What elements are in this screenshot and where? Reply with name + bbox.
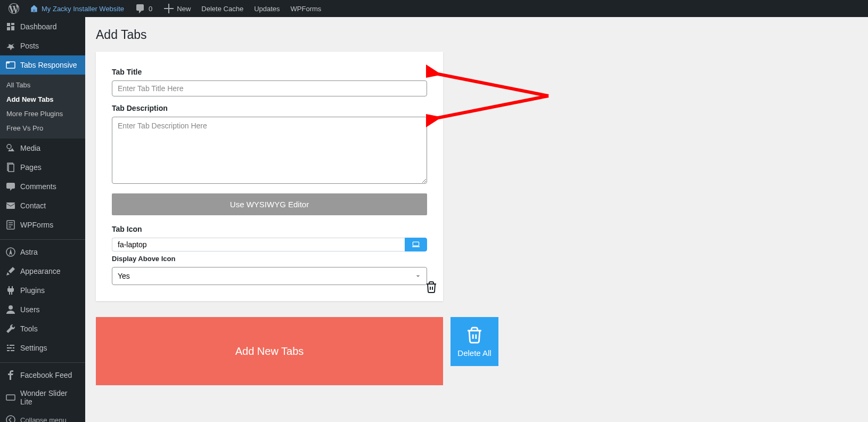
delete-all-button[interactable]: Delete All [451,317,498,366]
tab-description-label: Tab Description [112,104,427,112]
comments-icon [5,181,16,192]
plugin-icon [5,285,16,296]
svg-rect-14 [413,242,419,246]
svg-point-2 [7,144,11,149]
menu-astra[interactable]: Astra [0,242,85,262]
menu-separator [0,237,85,240]
svg-rect-12 [6,395,15,400]
comments-count: 0 [149,5,152,13]
submenu-more-plugins[interactable]: More Free Plugins [0,107,85,121]
pin-icon [5,40,16,51]
admin-sidebar: Dashboard Posts Tabs Responsive All Tabs… [0,17,85,422]
delete-all-label: Delete All [457,348,491,358]
tab-form-card: Tab Title Tab Description Use WYSIWYG Ed… [96,52,443,301]
menu-plugins[interactable]: Plugins [0,281,85,300]
display-above-select[interactable]: Yes [112,267,427,285]
menu-comments[interactable]: Comments [0,177,85,196]
svg-point-11 [9,305,13,310]
user-icon [5,304,16,315]
trash-icon [425,281,438,294]
svg-rect-1 [6,62,10,63]
wysiwyg-button[interactable]: Use WYSIWYG Editor [112,193,427,215]
media-icon [5,143,16,153]
svg-rect-15 [412,246,420,247]
wrench-icon [5,323,16,334]
submenu-all-tabs[interactable]: All Tabs [0,78,85,92]
svg-rect-4 [9,164,14,172]
astra-icon [5,247,16,257]
menu-wonder-slider[interactable]: Wonder Slider Lite [0,385,85,410]
delete-tab-button[interactable] [425,281,438,296]
tab-icon-label: Tab Icon [112,225,427,233]
menu-separator [0,360,85,363]
menu-appearance[interactable]: Appearance [0,262,85,281]
menu-users[interactable]: Users [0,300,85,319]
brush-icon [5,266,16,277]
menu-wpforms[interactable]: WPForms [0,215,85,234]
add-new-tabs-button[interactable]: Add New Tabs [96,317,443,385]
menu-posts[interactable]: Posts [0,36,85,55]
sliders-icon [5,343,16,353]
menu-settings[interactable]: Settings [0,338,85,358]
main-content: Add Tabs Tab Title Tab Description Use W… [96,17,857,385]
icon-picker-button[interactable] [405,238,427,251]
tab-description-input[interactable] [112,117,427,184]
menu-tabs-responsive[interactable]: Tabs Responsive [0,55,85,75]
form-icon [5,220,16,230]
display-above-label: Display Above Icon [112,255,427,263]
mail-icon [5,200,16,211]
comments-link[interactable]: 0 [130,0,157,17]
new-content-link[interactable]: New [159,0,195,17]
dashboard-icon [5,21,16,32]
trash-icon [465,326,484,344]
tab-title-input[interactable] [112,80,427,96]
submenu-free-vs-pro[interactable]: Free Vs Pro [0,121,85,135]
svg-rect-5 [6,202,15,209]
menu-tools[interactable]: Tools [0,319,85,338]
new-label: New [177,5,191,13]
fb-icon [5,370,16,380]
delete-cache-link[interactable]: Delete Cache [197,0,248,17]
tab-title-label: Tab Title [112,68,427,76]
menu-facebook-feed[interactable]: Facebook Feed [0,366,85,385]
collapse-menu[interactable]: Collapse menu [0,410,85,422]
menu-pages[interactable]: Pages [0,158,85,177]
collapse-icon [5,415,16,422]
admin-bar: My Zacky Installer Website 0 New Delete … [0,0,868,17]
updates-link[interactable]: Updates [250,0,284,17]
wpforms-link[interactable]: WPForms [286,0,326,17]
menu-contact[interactable]: Contact [0,196,85,215]
laptop-icon [412,240,420,249]
submenu-tabs: All Tabs Add New Tabs More Free Plugins … [0,75,85,139]
submenu-add-new-tabs[interactable]: Add New Tabs [0,92,85,107]
slider-icon [5,392,16,403]
menu-media[interactable]: Media [0,139,85,158]
page-title: Add Tabs [96,28,857,42]
tab-icon-input[interactable] [112,238,405,251]
pages-icon [5,162,16,173]
site-name-link[interactable]: My Zacky Installer Website [26,0,128,17]
wp-logo[interactable] [4,0,23,17]
menu-dashboard[interactable]: Dashboard [0,17,85,36]
site-name: My Zacky Installer Website [42,5,124,13]
tabs-icon [5,60,16,70]
